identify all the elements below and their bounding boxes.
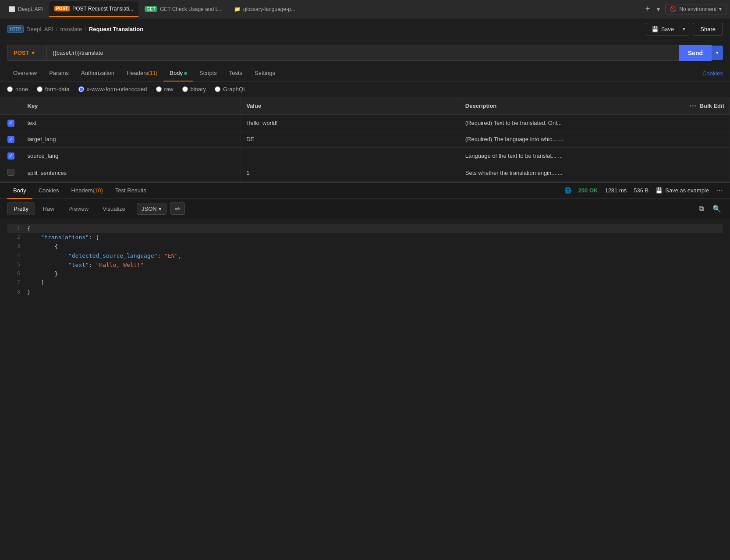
file-icon: 📁 xyxy=(234,6,241,12)
method-label: POST xyxy=(14,50,29,56)
json-line-2: 2 "translations": [ xyxy=(7,233,723,242)
table-row: text Hello, world! (Required) Text to be… xyxy=(0,115,730,131)
breadcrumb-part-1: DeepL API xyxy=(26,26,53,32)
send-button[interactable]: Send xyxy=(679,45,712,61)
tab-tests[interactable]: Tests xyxy=(223,65,248,82)
body-type-urlencoded[interactable]: x-www-form-urlencoded xyxy=(78,86,147,92)
breadcrumb-part-2: translate xyxy=(60,26,82,32)
add-tab-button[interactable]: + xyxy=(644,4,652,14)
tab-label: POST Request Translati... xyxy=(72,6,133,12)
response-tab-headers[interactable]: Headers(10) xyxy=(65,183,109,199)
tab-overview[interactable]: Overview xyxy=(7,65,43,82)
json-line-6: 6 } xyxy=(7,269,723,279)
params-table: Key Value Description ⋯ Bulk Edit xyxy=(0,97,730,182)
row-3-value[interactable] xyxy=(241,148,460,164)
bulk-edit-label[interactable]: Bulk Edit xyxy=(700,103,724,109)
request-header: HTTP DeepL API / translate / Request Tra… xyxy=(0,18,730,40)
save-example-button[interactable]: 💾 Save as example xyxy=(656,187,709,194)
table-row: target_lang DE (Required) The language i… xyxy=(0,131,730,148)
breadcrumb-sep-2: / xyxy=(85,26,86,32)
format-chevron-icon: ▾ xyxy=(159,206,162,212)
get-method-badge: GET xyxy=(145,6,157,12)
tab-authorization[interactable]: Authorization xyxy=(75,65,120,82)
url-input[interactable] xyxy=(46,45,679,61)
response-section: Body Cookies Headers(10) Test Results 🌐 … xyxy=(0,182,730,302)
body-type-none[interactable]: none xyxy=(7,86,28,92)
search-button[interactable]: 🔍 xyxy=(711,203,723,215)
method-selector[interactable]: POST ▾ xyxy=(7,45,46,61)
send-dropdown-button[interactable]: ▾ xyxy=(712,46,723,60)
row-2-key[interactable]: target_lang xyxy=(22,131,241,148)
deepl-api-tab-icon: ⬜ xyxy=(9,6,15,12)
wrap-button[interactable]: ⇌ xyxy=(170,202,185,215)
main-content: Key Value Description ⋯ Bulk Edit xyxy=(0,97,730,302)
json-line-1: 1 { xyxy=(7,224,723,234)
tab-settings[interactable]: Settings xyxy=(248,65,281,82)
view-visualize-button[interactable]: Visualize xyxy=(96,203,131,215)
response-tab-body[interactable]: Body xyxy=(7,183,32,199)
tab-bar: ⬜ DeepL API POST POST Request Translati.… xyxy=(0,0,730,18)
json-line-4: 4 "detected_source_language": "EN", xyxy=(7,252,723,261)
env-chevron-icon: ▾ xyxy=(719,6,722,12)
tab-post-request[interactable]: POST POST Request Translati... xyxy=(49,1,138,17)
more-options-button[interactable]: ⋯ xyxy=(716,186,723,195)
tab-deepl-api[interactable]: ⬜ DeepL API xyxy=(4,1,48,17)
row-4-checkbox[interactable] xyxy=(7,169,14,176)
tab-scripts[interactable]: Scripts xyxy=(193,65,223,82)
body-type-raw[interactable]: raw xyxy=(156,86,174,92)
tab-bar-actions: + ▾ 🚫 No environment ▾ xyxy=(644,4,726,14)
row-1-value[interactable]: Hello, world! xyxy=(241,115,460,131)
row-3-key[interactable]: source_lang xyxy=(22,148,241,164)
view-raw-button[interactable]: Raw xyxy=(37,203,60,215)
row-1-description: (Required) Text to be translated. Onl... xyxy=(460,115,730,131)
row-2-value[interactable]: DE xyxy=(241,131,460,148)
tab-label: glossary-language-p... xyxy=(243,6,295,12)
response-status: 🌐 200 OK 1281 ms 536 B 💾 Save as example… xyxy=(564,186,723,195)
response-tab-cookies[interactable]: Cookies xyxy=(32,183,65,199)
save-button[interactable]: 💾 Save xyxy=(646,23,680,35)
view-pretty-button[interactable]: Pretty xyxy=(7,202,35,215)
post-method-badge: POST xyxy=(54,6,70,11)
value-column-header: Value xyxy=(241,97,460,115)
tab-glossary[interactable]: 📁 glossary-language-p... xyxy=(229,1,301,17)
request-tabs-nav: Overview Params Authorization Headers(11… xyxy=(0,65,730,82)
row-2-checkbox[interactable] xyxy=(7,136,14,143)
save-dropdown-button[interactable]: ▾ xyxy=(679,23,689,35)
copy-button[interactable]: ⧉ xyxy=(697,203,705,214)
share-button[interactable]: Share xyxy=(693,23,723,35)
tab-headers[interactable]: Headers(11) xyxy=(120,65,163,82)
tab-get-check[interactable]: GET GET Check Usage and L... xyxy=(139,1,228,17)
row-3-checkbox[interactable] xyxy=(7,152,14,159)
save-icon: 💾 xyxy=(652,26,659,32)
row-1-key[interactable]: text xyxy=(22,115,241,131)
body-type-binary[interactable]: binary xyxy=(182,86,206,92)
response-time: 1281 ms xyxy=(605,187,627,194)
view-preview-button[interactable]: Preview xyxy=(62,203,95,215)
body-type-graphql[interactable]: GraphQL xyxy=(215,86,246,92)
response-tab-test-results[interactable]: Test Results xyxy=(109,183,152,199)
tab-params[interactable]: Params xyxy=(43,65,75,82)
response-body-controls: Pretty Raw Preview Visualize JSON ▾ ⇌ ⧉ … xyxy=(0,199,730,219)
row-2-description: (Required) The language into whic... ... xyxy=(460,131,730,148)
json-line-7: 7 ] xyxy=(7,279,723,288)
json-line-3: 3 { xyxy=(7,242,723,252)
json-line-8: 8 } xyxy=(7,288,723,297)
row-4-key[interactable]: split_sentences xyxy=(22,164,241,181)
breadcrumb: HTTP DeepL API / translate / Request Tra… xyxy=(7,25,646,33)
row-4-value[interactable]: 1 xyxy=(241,164,460,181)
json-line-5: 5 "text": "Hallo, Welt!" xyxy=(7,261,723,270)
tab-body[interactable]: Body xyxy=(163,65,193,82)
body-type-form-data[interactable]: form-data xyxy=(37,86,70,92)
row-1-checkbox[interactable] xyxy=(7,120,14,127)
format-selector[interactable]: JSON ▾ xyxy=(137,203,167,215)
bulk-edit-icon: ⋯ xyxy=(689,102,696,110)
environment-selector[interactable]: 🚫 No environment ▾ xyxy=(665,4,726,14)
tab-dropdown-button[interactable]: ▾ xyxy=(655,6,662,13)
cookies-link[interactable]: Cookies xyxy=(702,70,723,77)
description-column-header: Description ⋯ Bulk Edit xyxy=(460,97,730,115)
check-column-header xyxy=(0,97,22,115)
breadcrumb-sep-1: / xyxy=(56,26,58,32)
status-code: 200 OK xyxy=(578,187,598,194)
tab-label: DeepL API xyxy=(18,6,43,12)
table-row: split_sentences 1 Sets whether the trans… xyxy=(0,164,730,181)
